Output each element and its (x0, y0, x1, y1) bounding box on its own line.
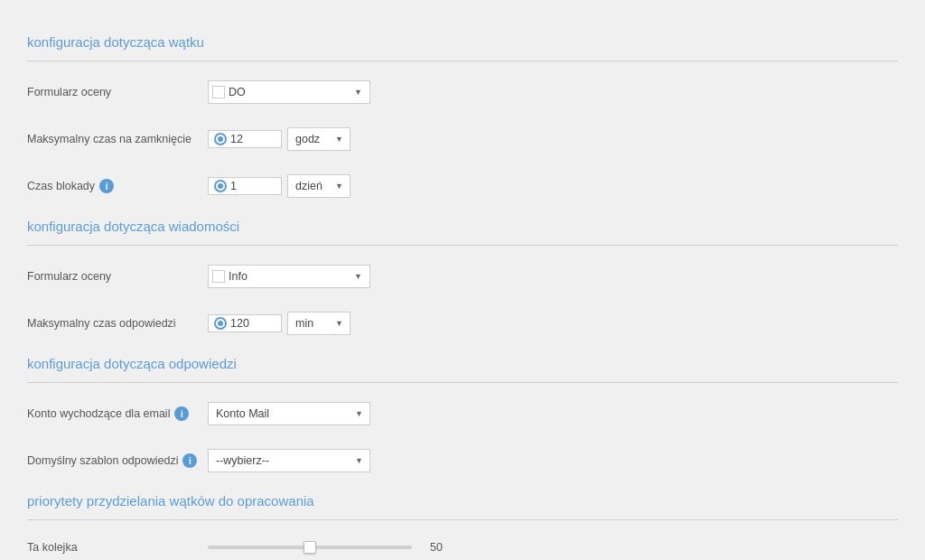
slider-track-ta-kolejka (208, 546, 412, 549)
reply-outgoing-email-select[interactable]: Konto Mail (208, 402, 370, 425)
thread-max-close-radio (214, 133, 227, 145)
slider-row-ta-kolejka: Ta kolejka 50 (27, 535, 898, 560)
thread-max-close-unit-wrapper: godz min dzień (287, 127, 350, 151)
msg-rating-form-label: Formularz oceny (27, 269, 208, 284)
thread-rating-form-select-wrapper: DO Info (208, 80, 370, 104)
msg-max-response-radio (214, 317, 227, 330)
slider-label-ta-kolejka: Ta kolejka (27, 541, 208, 554)
page-icon (212, 86, 225, 98)
thread-block-time-unit-select[interactable]: dzień godz min (287, 174, 350, 198)
reply-outgoing-email-row: Konto wychodzące dla email i Konto Mail (27, 397, 898, 430)
msg-max-response-time-input[interactable] (230, 317, 276, 330)
thread-block-time-control: dzień godz min (208, 174, 350, 198)
thread-block-time-input-wrap (208, 177, 282, 195)
msg-max-response-time-row: Maksymalny czas odpowiedzi min godz dzie… (27, 307, 898, 340)
section-title-message: konfiguracja dotycząca wiadomości (27, 219, 898, 234)
page-icon-2 (212, 270, 225, 283)
msg-max-response-unit-wrapper: min godz dzień (287, 312, 350, 335)
thread-block-time-unit-wrapper: dzień godz min (287, 174, 350, 198)
msg-rating-form-select[interactable]: Info DO (225, 266, 366, 287)
thread-rating-form-select[interactable]: DO Info (225, 81, 366, 103)
section-title-reply: konfiguracja dotycząca odpowiedzi (27, 356, 898, 371)
msg-rating-form-select-wrapper: Info DO (208, 265, 370, 288)
msg-rating-form-control: Info DO (208, 265, 370, 288)
msg-max-response-time-input-wrap (208, 314, 282, 332)
msg-rating-form-row: Formularz oceny Info DO (27, 260, 898, 293)
divider-message (27, 245, 898, 246)
msg-max-response-time-label: Maksymalny czas odpowiedzi (27, 316, 208, 331)
thread-max-close-time-control: godz min dzień (208, 127, 350, 151)
thread-max-close-unit-select[interactable]: godz min dzień (287, 127, 350, 151)
reply-default-template-select-wrapper: --wybierz-- (208, 449, 370, 472)
thread-rating-form-label: Formularz oceny (27, 85, 208, 99)
divider-priorities (27, 519, 898, 520)
msg-max-response-time-control: min godz dzień (208, 312, 350, 335)
thread-rating-form-control: DO Info (208, 80, 370, 104)
thread-max-close-time-row: Maksymalny czas na zamknięcie godz min d… (27, 123, 898, 155)
reply-default-template-label: Domyślny szablon odpowiedzi i (27, 453, 208, 468)
thread-max-close-time-input-wrap (208, 130, 282, 148)
thread-block-time-info-icon[interactable]: i (99, 179, 114, 193)
slider-thumb-ta-kolejka[interactable] (304, 541, 316, 554)
divider-thread (27, 61, 898, 61)
section-title-thread: konfiguracja dotycząca wątku (27, 34, 898, 50)
thread-block-time-row: Czas blokady i dzień godz min (27, 170, 898, 202)
msg-max-response-unit-select[interactable]: min godz dzień (287, 312, 350, 335)
reply-outgoing-email-label: Konto wychodzące dla email i (27, 406, 208, 421)
thread-rating-form-row: Formularz oceny DO Info (27, 76, 898, 108)
divider-reply (27, 382, 898, 383)
thread-block-time-radio (214, 180, 227, 192)
slider-track-wrap-ta-kolejka: 50 (208, 541, 443, 554)
thread-max-close-time-label: Maksymalny czas na zamknięcie (27, 132, 208, 146)
thread-block-time-label: Czas blokady i (27, 179, 208, 193)
section-title-priorities: priorytety przydzielania wątków do oprac… (27, 493, 898, 509)
reply-default-template-row: Domyślny szablon odpowiedzi i --wybierz-… (27, 444, 898, 477)
reply-default-template-select[interactable]: --wybierz-- (208, 449, 370, 472)
thread-block-time-input[interactable] (230, 180, 276, 192)
thread-max-close-time-input[interactable] (230, 133, 276, 145)
reply-outgoing-email-info-icon[interactable]: i (174, 406, 189, 421)
reply-outgoing-email-select-wrapper: Konto Mail (208, 402, 370, 425)
slider-value-ta-kolejka: 50 (421, 541, 443, 554)
priorities-sliders: Ta kolejka 50 Nowy wątek 50 Określony kl… (27, 535, 898, 560)
reply-default-template-control: --wybierz-- (208, 449, 370, 472)
reply-outgoing-email-control: Konto Mail (208, 402, 370, 425)
reply-default-template-info-icon[interactable]: i (182, 453, 197, 468)
